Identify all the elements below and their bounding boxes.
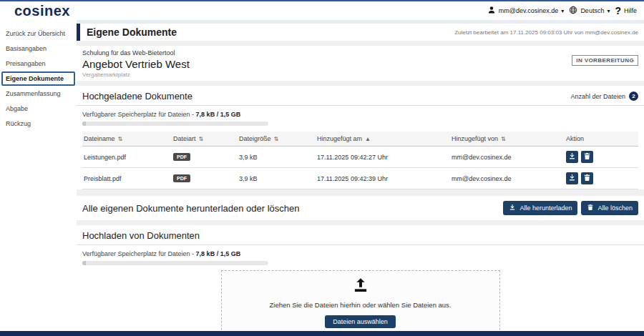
col-dateiart[interactable]: Dateiart⇅ [172,135,238,142]
file-added-at: 17.11.2025 09:42:27 Uhr [316,154,450,161]
storage-progress-fill [82,122,86,126]
sort-asc-icon: ▲ [365,136,371,142]
download-icon [568,173,576,184]
chevron-down-icon: ▾ [607,8,610,14]
trash-icon [583,173,591,184]
sort-icon: ⇅ [501,136,506,142]
storage-label: Verfügbarer Speicherplatz für Dateien - [82,111,194,118]
sidebar-item-zurueck[interactable]: Zurück zur Übersicht [1,26,75,41]
storage-progress-bar [82,261,268,265]
col-aktion: Aktion [565,135,638,142]
file-name: Preisblatt.pdf [82,175,172,182]
help-icon: ? [615,5,621,16]
trash-icon [583,152,591,162]
cosinex-logo[interactable]: cosinex [14,3,70,19]
sidebar-item-eigene-dokumente[interactable]: Eigene Dokumente [1,71,75,86]
divider-band [77,189,644,196]
help-menu[interactable]: ? Hilfe [615,5,637,16]
col-dateigroesse[interactable]: Dateigröße⇅ [238,135,316,142]
sidebar-item-abgabe[interactable]: Abgabe [1,102,75,116]
app-header: cosinex mm@dev.cosinex.de ▾ Deutsch ▾ ? … [0,1,644,20]
language-label: Deutsch [580,7,604,14]
user-menu[interactable]: mm@dev.cosinex.de ▾ [487,6,565,16]
storage-info: Verfügbarer Speicherplatz für Dateien - … [77,245,644,265]
divider-band [77,220,644,225]
delete-file-button[interactable] [581,151,593,163]
upload-section-header: Hochladen von Dokumenten [77,225,644,245]
page-title: Eigene Dokumente [87,26,177,38]
file-name: Leistungen.pdf [82,154,172,161]
title-accent-bar [77,24,80,41]
uploaded-section-title: Hochgeladene Dokumente [82,91,192,102]
download-icon [568,152,576,162]
file-type-chip: PDF [173,174,190,182]
help-label: Hilfe [624,7,637,14]
sidebar: Zurück zur Übersicht Basisangaben Preisa… [0,20,77,331]
download-file-button[interactable] [566,172,578,184]
main-content: Eigene Dokumente Zuletzt bearbeitet am 1… [77,20,644,331]
sidebar-item-basisangaben[interactable]: Basisangaben [1,41,75,56]
choose-files-button[interactable]: Dateien auswählen [325,315,396,328]
file-added-at: 17.11.2025 09:42:39 Uhr [316,175,450,182]
divider-band [77,41,644,46]
col-dateiname[interactable]: Dateiname⇅ [82,135,172,142]
bulk-actions-title: Alle eigenen Dokumente herunterladen ode… [82,203,300,214]
chevron-down-icon: ▾ [561,8,564,14]
file-size: 3,9 kB [238,175,316,182]
storage-progress-bar [82,122,268,126]
sidebar-item-rueckzug[interactable]: Rückzug [1,117,75,131]
storage-info: Verfügbarer Speicherplatz für Dateien - … [77,106,644,126]
storage-value: 7,8 kB / 1,5 GB [196,250,241,257]
page-title-bar: Eigene Dokumente Zuletzt bearbeitet am 1… [77,24,644,41]
user-email: mm@dev.cosinex.de [499,7,559,14]
project-name: Angebot Vertrieb West [82,58,638,70]
documents-table: Dateiname⇅ Dateiart⇅ Dateigröße⇅ Hinzuge… [82,132,638,189]
globe-icon [569,6,577,16]
file-added-by: mm@dev.cosinex.de [450,175,565,182]
last-edited-text: Zuletzt bearbeitet am 17.11.2025 09:03:0… [454,29,638,36]
sidebar-item-preisangaben[interactable]: Preisangaben [1,56,75,71]
sidebar-item-zusammenfassung[interactable]: Zusammenfassung [1,87,75,101]
col-hinzugefuegt-am[interactable]: Hinzugefügt am▲ [316,135,450,142]
download-file-button[interactable] [566,151,578,163]
upload-section-title: Hochladen von Dokumenten [82,230,200,241]
file-type-chip: PDF [173,153,190,161]
trash-icon [587,204,594,212]
uploaded-section-header: Hochgeladene Dokumente Anzahl der Dateie… [77,86,644,106]
sort-icon: ⇅ [118,136,123,142]
sort-icon: ⇅ [199,136,204,142]
file-added-by: mm@dev.cosinex.de [450,154,565,161]
table-header-row: Dateiname⇅ Dateiart⇅ Dateigröße⇅ Hinzuge… [82,132,638,147]
download-icon [509,204,516,212]
project-subtitle: Schulung für das Web-Bietertool [82,49,638,56]
file-count-label: Anzahl der Dateien [570,93,625,100]
download-all-button[interactable]: Alle herunterladen [503,201,577,215]
divider-band [77,81,644,86]
status-badge: IN VORBEREITUNG [572,55,638,66]
delete-file-button[interactable] [581,172,593,184]
storage-label: Verfügbarer Speicherplatz für Dateien - [82,250,194,257]
storage-value: 7,8 kB / 1,5 GB [196,111,241,118]
upload-icon [229,277,492,297]
bulk-actions-row: Alle eigenen Dokumente herunterladen ode… [77,196,644,220]
language-menu[interactable]: Deutsch ▾ [569,6,610,16]
file-dropzone[interactable]: Ziehen Sie die Dateien hierhin oder wähl… [221,270,500,331]
file-size: 3,9 kB [238,154,316,161]
project-info: Schulung für das Web-Bietertool Angebot … [77,46,644,81]
user-icon [487,6,496,16]
dropzone-instruction: Ziehen Sie die Dateien hierhin oder wähl… [229,301,492,309]
sort-icon: ⇅ [274,136,279,142]
table-row: Leistungen.pdf PDF 3,9 kB 17.11.2025 09:… [82,147,638,168]
col-hinzugefuegt-von[interactable]: Hinzugefügt von⇅ [450,135,565,142]
delete-all-button[interactable]: Alle löschen [581,201,638,215]
storage-progress-fill [82,261,86,265]
project-platform: Vergabemarktplatz [82,71,638,78]
file-count-badge: 2 [629,92,638,101]
table-row: Preisblatt.pdf PDF 3,9 kB 17.11.2025 09:… [82,168,638,189]
footer-bar [0,331,644,336]
